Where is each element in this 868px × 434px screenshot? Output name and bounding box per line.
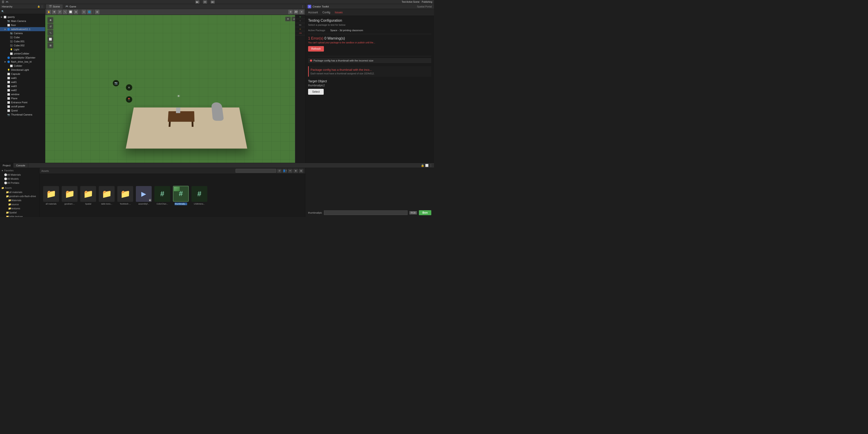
grid-btn[interactable]: ⊞: [95, 10, 99, 14]
confirm-button[interactable]: Bon: [419, 210, 431, 215]
tree-item-printer-collider[interactable]: ⬜ printerCollider: [0, 52, 45, 56]
tree-item-wall1b[interactable]: ⬜ wall1: [0, 80, 45, 84]
location-gizmo[interactable]: 📍: [126, 96, 132, 103]
tree-item-entrance[interactable]: ⬜ Entrance Point: [0, 100, 45, 104]
rotate-tool[interactable]: ↺: [57, 10, 62, 14]
view-options-icon[interactable]: ⋮: [301, 5, 304, 8]
play-btn[interactable]: ▶: [195, 0, 199, 4]
tree-item-cube002[interactable]: ⬛ Cube.002: [0, 43, 45, 48]
tree-textures[interactable]: 📁 textures: [1, 206, 38, 211]
tree-item-tablefinalized[interactable]: ▶ 🔵 tablefinalized11 1: [0, 27, 45, 31]
pause-btn[interactable]: ⏸: [203, 0, 207, 4]
tree-goodram[interactable]: 📁 goodram-usb-flash-drive: [1, 194, 38, 198]
add-assets-btn[interactable]: 👤+: [283, 169, 287, 173]
tab-project[interactable]: Project: [0, 163, 13, 168]
tab-game[interactable]: 🎮 Game: [63, 4, 79, 9]
gizmo-icon-btn[interactable]: ⚙: [285, 17, 291, 21]
mini-item-me[interactable]: Me: [295, 23, 305, 27]
tree-item-floor[interactable]: ⬜ floor: [0, 23, 45, 27]
rotate-gizmo-btn[interactable]: ↺: [48, 24, 53, 29]
select-button[interactable]: Select: [308, 89, 324, 95]
scale-tool[interactable]: ⤡: [63, 10, 67, 14]
hand-tool[interactable]: ✋: [46, 10, 51, 14]
tab-console[interactable]: Console: [13, 163, 28, 168]
gizmos-btn[interactable]: ⚙: [288, 10, 293, 14]
global-btn[interactable]: 🌐: [87, 10, 92, 14]
scene-light-btn[interactable]: ☀: [299, 10, 304, 14]
tree-item-power[interactable]: ⬜ on/off power: [0, 104, 45, 108]
hierarchy-lock-icon[interactable]: 🔒: [37, 5, 40, 8]
tree-table-texture[interactable]: 📁 table texture: [1, 215, 38, 217]
nav-config[interactable]: Config: [322, 10, 330, 15]
tree-item-collider[interactable]: ⬜ Collider: [0, 64, 45, 68]
tree-item-wall1a[interactable]: ⬜ wall1: [0, 76, 45, 80]
tree-source[interactable]: 📁 source: [1, 202, 38, 206]
2d-btn[interactable]: 2D: [293, 10, 298, 14]
asset-assembly[interactable]: ▶ ▶ assemblyf...: [136, 186, 152, 205]
tree-materials[interactable]: 📁 Materials: [1, 198, 38, 202]
asset-usbintera[interactable]: # USBIntera...: [191, 186, 207, 205]
tree-item-cube001[interactable]: ⬛ Cube.001: [0, 39, 45, 43]
rect-tool[interactable]: ⬜: [68, 10, 73, 14]
fav-all-materials[interactable]: ⚪ All Materials: [1, 173, 38, 177]
pivot-btn[interactable]: ⊙: [82, 10, 86, 14]
move-gizmo-btn[interactable]: ✥: [48, 17, 53, 23]
tree-item-main-camera[interactable]: 📷 Main Camera: [0, 19, 45, 23]
tree-item-capsule[interactable]: ⬜ Capsule: [0, 72, 45, 76]
tree-label: wall1: [11, 81, 17, 84]
tree-item-wall3[interactable]: ⬜ wall3: [0, 84, 45, 88]
tree-item-plane[interactable]: ⬜ Plane: [0, 96, 45, 100]
refresh-button[interactable]: Refresh: [308, 46, 324, 52]
move-tool[interactable]: ✥: [52, 10, 57, 14]
tree-item-thumbnail-camera[interactable]: 📷 Thumbnail Camera: [0, 113, 45, 117]
tree-item-qwerty[interactable]: ▶ ⬜ qwerty: [0, 15, 45, 19]
tab-scene[interactable]: 🎬 Scene: [46, 4, 63, 9]
asset-spatial[interactable]: 📁 Spatial: [80, 186, 96, 205]
star-assets-btn[interactable]: ★: [293, 169, 298, 173]
search-input[interactable]: [236, 169, 276, 173]
tree-item-light[interactable]: 💡 Light: [0, 48, 45, 52]
mini-item-m[interactable]: M: [295, 15, 305, 19]
tree-item-dir-light[interactable]: 💡 Directional Light: [0, 68, 45, 72]
camera-gizmo[interactable]: 📷: [113, 80, 119, 86]
hierarchy-menu-icon[interactable]: ⋮: [41, 5, 43, 8]
thumbnail-input-field[interactable]: [324, 211, 408, 215]
rect-gizmo-btn[interactable]: ⬜: [48, 36, 53, 42]
panel-maximize-icon[interactable]: ⬜: [425, 164, 429, 167]
tree-item-quest[interactable]: ⬜ Quest: [0, 108, 45, 113]
asset-colorchan[interactable]: # ColorChan...: [154, 186, 170, 205]
target-object-value: thumbnailpic2: [308, 84, 431, 87]
text-gizmo[interactable]: ≡: [126, 84, 132, 91]
fav-all-prefabs[interactable]: ⚪ All Prefabs: [1, 181, 38, 185]
panel-lock-icon[interactable]: 🔒: [421, 164, 424, 167]
refresh-assets-btn[interactable]: ↺: [277, 169, 282, 173]
asset-thumbnailpic[interactable]: # thumbnailp...: [173, 186, 189, 205]
asset-goodram[interactable]: 📁 goodram-...: [62, 186, 78, 205]
scene-viewport[interactable]: ✥ ↺ ⤡ ⬜ ⊞: [45, 15, 305, 163]
tree-item-flash-drive[interactable]: ▶ 🔵 flash_drive_low_tri: [0, 60, 45, 64]
tree-all-materials[interactable]: 📁 all materials: [1, 190, 38, 194]
asset-all-materials[interactable]: 📁 all materials: [43, 186, 59, 205]
menu-icon[interactable]: ☰: [2, 0, 4, 4]
fav-all-models[interactable]: ⚪ All Models: [1, 177, 38, 181]
edit-assets-btn[interactable]: ✏: [288, 169, 292, 173]
extra-gizmo-btn[interactable]: ⊞: [48, 42, 53, 49]
tree-item-cube[interactable]: ⬛ Cube: [0, 35, 45, 39]
mini-item-t[interactable]: T: [295, 19, 305, 23]
nav-account[interactable]: Account: [308, 10, 318, 15]
mini-item-u[interactable]: U: [295, 27, 305, 31]
view-assets-btn[interactable]: ⊞: [299, 169, 303, 173]
tree-item-assembly3d[interactable]: 🔵 assemblyfor 3Dprinter: [0, 56, 45, 60]
mini-item-n[interactable]: ⚠N: [295, 31, 305, 35]
tree-spatial[interactable]: 📁 Spatial: [1, 211, 38, 215]
asset-table-texture[interactable]: 📁 table textu...: [99, 186, 115, 205]
tree-item-window[interactable]: ⬜ window: [0, 92, 45, 96]
asset-textmesh[interactable]: 📁 TextMesh ...: [117, 186, 133, 205]
transform-tool[interactable]: ⊕: [74, 10, 78, 14]
panel-menu-icon[interactable]: ⋮: [430, 164, 432, 167]
tree-item-camera[interactable]: 📷 Camera: [0, 31, 45, 35]
tree-item-wall2[interactable]: ⬜ wall2: [0, 88, 45, 92]
scale-gizmo-btn[interactable]: ⤡: [48, 30, 53, 36]
nav-issues[interactable]: Issues: [335, 10, 343, 15]
step-btn[interactable]: ⏭: [211, 0, 215, 4]
